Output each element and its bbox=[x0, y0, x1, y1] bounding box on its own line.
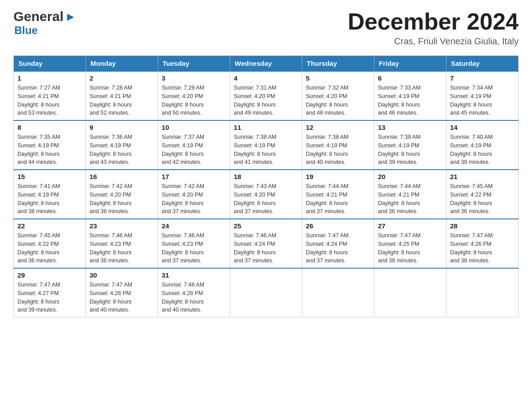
day-number: 16 bbox=[90, 173, 154, 180]
header: General► Blue December 2024 Cras, Friuli… bbox=[13, 9, 519, 47]
day-number: 21 bbox=[450, 173, 515, 180]
day-cell: 15 Sunrise: 7:41 AM Sunset: 4:19 PM Dayl… bbox=[14, 170, 86, 219]
logo-arrow-icon: ► bbox=[65, 11, 77, 22]
day-cell: 10 Sunrise: 7:37 AM Sunset: 4:19 PM Dayl… bbox=[158, 120, 230, 170]
day-cell: 16 Sunrise: 7:42 AM Sunset: 4:20 PM Dayl… bbox=[86, 170, 158, 219]
day-cell: 26 Sunrise: 7:47 AM Sunset: 4:24 PM Dayl… bbox=[302, 219, 374, 268]
day-info: Sunrise: 7:41 AM Sunset: 4:19 PM Dayligh… bbox=[17, 182, 82, 216]
day-info: Sunrise: 7:36 AM Sunset: 4:19 PM Dayligh… bbox=[90, 133, 154, 167]
week-row-3: 15 Sunrise: 7:41 AM Sunset: 4:19 PM Dayl… bbox=[14, 170, 519, 219]
day-info: Sunrise: 7:46 AM Sunset: 4:23 PM Dayligh… bbox=[90, 231, 154, 265]
day-info: Sunrise: 7:37 AM Sunset: 4:19 PM Dayligh… bbox=[162, 133, 226, 167]
week-row-2: 8 Sunrise: 7:35 AM Sunset: 4:19 PM Dayli… bbox=[14, 120, 519, 170]
day-number: 5 bbox=[306, 74, 370, 82]
day-cell: 22 Sunrise: 7:45 AM Sunset: 4:22 PM Dayl… bbox=[14, 219, 86, 268]
day-cell: 6 Sunrise: 7:33 AM Sunset: 4:19 PM Dayli… bbox=[374, 71, 446, 120]
day-cell: 2 Sunrise: 7:28 AM Sunset: 4:21 PM Dayli… bbox=[86, 71, 158, 120]
weekday-header-friday: Friday bbox=[374, 56, 446, 72]
day-cell bbox=[302, 268, 374, 317]
day-cell: 28 Sunrise: 7:47 AM Sunset: 4:26 PM Dayl… bbox=[446, 219, 519, 268]
day-cell: 4 Sunrise: 7:31 AM Sunset: 4:20 PM Dayli… bbox=[230, 71, 302, 120]
weekday-header-tuesday: Tuesday bbox=[158, 56, 230, 72]
day-number: 18 bbox=[234, 173, 298, 180]
day-number: 25 bbox=[234, 222, 298, 230]
day-number: 15 bbox=[17, 173, 82, 180]
day-cell bbox=[446, 268, 519, 317]
weekday-header-sunday: Sunday bbox=[14, 56, 86, 72]
day-info: Sunrise: 7:47 AM Sunset: 4:28 PM Dayligh… bbox=[90, 281, 154, 314]
day-info: Sunrise: 7:45 AM Sunset: 4:22 PM Dayligh… bbox=[17, 231, 82, 265]
day-number: 29 bbox=[17, 271, 82, 279]
day-number: 1 bbox=[17, 74, 82, 82]
day-number: 11 bbox=[234, 124, 298, 131]
day-cell: 19 Sunrise: 7:44 AM Sunset: 4:21 PM Dayl… bbox=[302, 170, 374, 219]
day-cell: 12 Sunrise: 7:38 AM Sunset: 4:19 PM Dayl… bbox=[302, 120, 374, 170]
day-cell: 7 Sunrise: 7:34 AM Sunset: 4:19 PM Dayli… bbox=[446, 71, 519, 120]
day-info: Sunrise: 7:45 AM Sunset: 4:22 PM Dayligh… bbox=[450, 182, 515, 216]
day-number: 4 bbox=[234, 74, 298, 82]
day-info: Sunrise: 7:38 AM Sunset: 4:19 PM Dayligh… bbox=[234, 133, 298, 167]
day-number: 3 bbox=[162, 74, 226, 82]
day-info: Sunrise: 7:35 AM Sunset: 4:19 PM Dayligh… bbox=[17, 133, 82, 167]
day-cell: 20 Sunrise: 7:44 AM Sunset: 4:21 PM Dayl… bbox=[374, 170, 446, 219]
day-cell: 24 Sunrise: 7:46 AM Sunset: 4:23 PM Dayl… bbox=[158, 219, 230, 268]
day-number: 10 bbox=[162, 124, 226, 131]
day-cell: 30 Sunrise: 7:47 AM Sunset: 4:28 PM Dayl… bbox=[86, 268, 158, 317]
day-info: Sunrise: 7:48 AM Sunset: 4:28 PM Dayligh… bbox=[162, 281, 226, 314]
day-number: 2 bbox=[90, 74, 154, 82]
week-row-5: 29 Sunrise: 7:47 AM Sunset: 4:27 PM Dayl… bbox=[14, 268, 519, 317]
day-cell bbox=[374, 268, 446, 317]
day-number: 12 bbox=[306, 124, 370, 131]
day-cell: 25 Sunrise: 7:46 AM Sunset: 4:24 PM Dayl… bbox=[230, 219, 302, 268]
day-cell: 14 Sunrise: 7:40 AM Sunset: 4:19 PM Dayl… bbox=[446, 120, 519, 170]
day-info: Sunrise: 7:43 AM Sunset: 4:20 PM Dayligh… bbox=[234, 182, 298, 216]
logo-blue-text: Blue bbox=[14, 24, 76, 37]
weekday-header-saturday: Saturday bbox=[446, 56, 519, 72]
day-info: Sunrise: 7:47 AM Sunset: 4:27 PM Dayligh… bbox=[17, 281, 82, 314]
day-number: 8 bbox=[17, 124, 82, 131]
day-number: 23 bbox=[90, 222, 154, 230]
day-info: Sunrise: 7:47 AM Sunset: 4:25 PM Dayligh… bbox=[378, 231, 442, 265]
day-number: 26 bbox=[306, 222, 370, 230]
day-info: Sunrise: 7:39 AM Sunset: 4:19 PM Dayligh… bbox=[378, 133, 442, 167]
day-cell: 9 Sunrise: 7:36 AM Sunset: 4:19 PM Dayli… bbox=[86, 120, 158, 170]
day-info: Sunrise: 7:33 AM Sunset: 4:19 PM Dayligh… bbox=[378, 84, 442, 117]
day-number: 17 bbox=[162, 173, 226, 180]
day-info: Sunrise: 7:47 AM Sunset: 4:26 PM Dayligh… bbox=[450, 231, 515, 265]
day-info: Sunrise: 7:42 AM Sunset: 4:20 PM Dayligh… bbox=[90, 182, 154, 216]
weekday-header-monday: Monday bbox=[86, 56, 158, 72]
day-number: 31 bbox=[162, 271, 226, 279]
day-info: Sunrise: 7:32 AM Sunset: 4:20 PM Dayligh… bbox=[306, 84, 370, 117]
day-cell: 1 Sunrise: 7:27 AM Sunset: 4:21 PM Dayli… bbox=[14, 71, 86, 120]
location-subtitle: Cras, Friuli Venezia Giulia, Italy bbox=[348, 36, 519, 47]
weekday-header-thursday: Thursday bbox=[302, 56, 374, 72]
weekday-header-wednesday: Wednesday bbox=[230, 56, 302, 72]
day-number: 27 bbox=[378, 222, 442, 230]
day-info: Sunrise: 7:28 AM Sunset: 4:21 PM Dayligh… bbox=[90, 84, 154, 117]
day-info: Sunrise: 7:31 AM Sunset: 4:20 PM Dayligh… bbox=[234, 84, 298, 117]
day-info: Sunrise: 7:42 AM Sunset: 4:20 PM Dayligh… bbox=[162, 182, 226, 216]
day-number: 24 bbox=[162, 222, 226, 230]
day-info: Sunrise: 7:46 AM Sunset: 4:23 PM Dayligh… bbox=[162, 231, 226, 265]
day-info: Sunrise: 7:44 AM Sunset: 4:21 PM Dayligh… bbox=[306, 182, 370, 216]
day-cell: 8 Sunrise: 7:35 AM Sunset: 4:19 PM Dayli… bbox=[14, 120, 86, 170]
day-info: Sunrise: 7:27 AM Sunset: 4:21 PM Dayligh… bbox=[17, 84, 82, 117]
day-cell: 21 Sunrise: 7:45 AM Sunset: 4:22 PM Dayl… bbox=[446, 170, 519, 219]
day-cell bbox=[230, 268, 302, 317]
day-number: 6 bbox=[378, 74, 442, 82]
day-number: 14 bbox=[450, 124, 515, 131]
day-cell: 31 Sunrise: 7:48 AM Sunset: 4:28 PM Dayl… bbox=[158, 268, 230, 317]
day-info: Sunrise: 7:38 AM Sunset: 4:19 PM Dayligh… bbox=[306, 133, 370, 167]
title-area: December 2024 Cras, Friuli Venezia Giuli… bbox=[348, 9, 519, 47]
day-cell: 29 Sunrise: 7:47 AM Sunset: 4:27 PM Dayl… bbox=[14, 268, 86, 317]
day-number: 30 bbox=[90, 271, 154, 279]
day-cell: 3 Sunrise: 7:29 AM Sunset: 4:20 PM Dayli… bbox=[158, 71, 230, 120]
day-info: Sunrise: 7:46 AM Sunset: 4:24 PM Dayligh… bbox=[234, 231, 298, 265]
logo: General► Blue bbox=[13, 9, 76, 37]
logo-general-text: General bbox=[13, 9, 64, 24]
day-number: 22 bbox=[17, 222, 82, 230]
day-info: Sunrise: 7:40 AM Sunset: 4:19 PM Dayligh… bbox=[450, 133, 515, 167]
weekday-header-row: SundayMondayTuesdayWednesdayThursdayFrid… bbox=[14, 56, 519, 72]
day-cell: 11 Sunrise: 7:38 AM Sunset: 4:19 PM Dayl… bbox=[230, 120, 302, 170]
day-cell: 5 Sunrise: 7:32 AM Sunset: 4:20 PM Dayli… bbox=[302, 71, 374, 120]
